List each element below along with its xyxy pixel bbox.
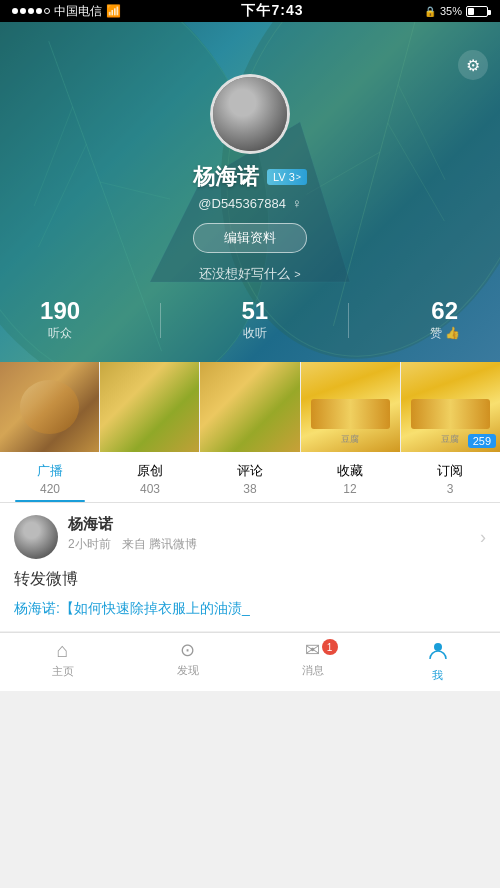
nav-discover[interactable]: ⊙ 发现 bbox=[125, 639, 250, 683]
stat-divider-2 bbox=[348, 303, 349, 338]
likes-label: 赞 👍 bbox=[430, 325, 460, 342]
carrier-label: 中国电信 bbox=[54, 3, 102, 20]
dot2 bbox=[20, 8, 26, 14]
tab-subscribe-label: 订阅 bbox=[437, 462, 463, 480]
tab-comment-label: 评论 bbox=[237, 462, 263, 480]
nav-home-label: 主页 bbox=[52, 664, 74, 679]
stat-following[interactable]: 51 收听 bbox=[241, 299, 268, 342]
dot3 bbox=[28, 8, 34, 14]
edit-profile-button[interactable]: 编辑资料 bbox=[193, 223, 307, 253]
listeners-label: 听众 bbox=[48, 325, 72, 342]
status-left: 中国电信 📶 bbox=[12, 3, 121, 20]
tab-subscribe[interactable]: 订阅 3 bbox=[400, 452, 500, 502]
following-count: 51 bbox=[241, 299, 268, 323]
nav-home[interactable]: ⌂ 主页 bbox=[0, 639, 125, 683]
message-icon: ✉ bbox=[305, 639, 320, 661]
nav-message-label: 消息 bbox=[302, 663, 324, 678]
profile-header: ⚙ 杨海诺 LV 3 > @D545367884 ♀ 编辑资料 还没想好写什么 … bbox=[0, 22, 500, 362]
following-label: 收听 bbox=[243, 325, 267, 342]
gender-icon: ♀ bbox=[292, 196, 302, 211]
likes-count: 62 bbox=[431, 299, 458, 323]
battery-pct: 35% bbox=[440, 5, 462, 17]
content-area: 杨海诺 2小时前 来自 腾讯微博 › 转发微博 杨海诺:【如何快速除掉衣服上的油… bbox=[0, 503, 500, 631]
dot1 bbox=[12, 8, 18, 14]
chevron-right-icon: > bbox=[296, 172, 301, 182]
tab-original-count: 403 bbox=[140, 482, 160, 496]
stats-row: 190 听众 51 收听 62 赞 👍 bbox=[0, 299, 500, 342]
tab-comment-count: 38 bbox=[243, 482, 256, 496]
tab-comment[interactable]: 评论 38 bbox=[200, 452, 300, 502]
nav-me[interactable]: 我 bbox=[375, 639, 500, 683]
level-badge: LV 3 > bbox=[267, 169, 307, 185]
post-info: 2小时前 来自 腾讯微博 bbox=[68, 536, 470, 553]
post-avatar-image bbox=[14, 515, 58, 559]
tab-collect-count: 12 bbox=[343, 482, 356, 496]
post-source: 腾讯微博 bbox=[149, 537, 197, 551]
photo-item-5[interactable]: 豆腐 259 bbox=[401, 362, 500, 452]
svg-point-14 bbox=[434, 643, 442, 651]
post-title: 转发微博 bbox=[14, 567, 486, 591]
home-icon: ⌂ bbox=[56, 639, 68, 662]
post-avatar bbox=[14, 515, 58, 559]
dot5 bbox=[44, 8, 50, 14]
stat-listeners[interactable]: 190 听众 bbox=[40, 299, 80, 342]
battery-fill bbox=[468, 8, 474, 15]
tab-subscribe-count: 3 bbox=[447, 482, 454, 496]
tab-collect[interactable]: 收藏 12 bbox=[300, 452, 400, 502]
bottom-nav: ⌂ 主页 ⊙ 发现 ✉ 消息 1 我 bbox=[0, 632, 500, 691]
level-text: LV 3 bbox=[273, 171, 295, 183]
tab-bar: 广播 420 原创 403 评论 38 收藏 12 订阅 3 bbox=[0, 452, 500, 503]
post-username: 杨海诺 bbox=[68, 515, 470, 534]
tab-original-label: 原创 bbox=[137, 462, 163, 480]
post-time: 2小时前 bbox=[68, 537, 111, 551]
user-id: @D545367884 bbox=[198, 196, 286, 211]
status-right: 🔒 35% bbox=[424, 5, 488, 17]
tab-broadcast[interactable]: 广播 420 bbox=[0, 452, 100, 502]
username-row: 杨海诺 LV 3 > bbox=[193, 162, 307, 192]
post-header: 杨海诺 2小时前 来自 腾讯微博 › bbox=[14, 515, 486, 559]
lock-icon: 🔒 bbox=[424, 6, 436, 17]
post-content[interactable]: 杨海诺:【如何快速除掉衣服上的油渍_ bbox=[14, 597, 486, 619]
discover-icon: ⊙ bbox=[180, 639, 195, 661]
bio-row[interactable]: 还没想好写什么 > bbox=[199, 265, 300, 283]
post-item: 杨海诺 2小时前 来自 腾讯微博 › 转发微博 杨海诺:【如何快速除掉衣服上的油… bbox=[0, 503, 500, 631]
signal-dots bbox=[12, 8, 50, 14]
message-badge: 1 bbox=[322, 639, 338, 655]
tab-broadcast-count: 420 bbox=[40, 482, 60, 496]
stat-likes[interactable]: 62 赞 👍 bbox=[430, 299, 460, 342]
nav-discover-label: 发现 bbox=[177, 663, 199, 678]
photo-item-1[interactable] bbox=[0, 362, 100, 452]
status-time: 下午7:43 bbox=[241, 2, 303, 20]
listeners-count: 190 bbox=[40, 299, 80, 323]
username: 杨海诺 bbox=[193, 162, 259, 192]
bio-chevron-icon: > bbox=[294, 268, 300, 280]
profile-content: 杨海诺 LV 3 > @D545367884 ♀ 编辑资料 还没想好写什么 > … bbox=[0, 74, 500, 362]
avatar-image bbox=[213, 77, 287, 151]
battery-icon bbox=[466, 6, 488, 17]
me-icon bbox=[427, 639, 449, 666]
post-chevron-icon: › bbox=[480, 527, 486, 548]
tab-original[interactable]: 原创 403 bbox=[100, 452, 200, 502]
photo-item-2[interactable] bbox=[100, 362, 200, 452]
user-id-row: @D545367884 ♀ bbox=[198, 196, 301, 211]
gear-button[interactable]: ⚙ bbox=[458, 50, 488, 80]
status-bar: 中国电信 📶 下午7:43 🔒 35% bbox=[0, 0, 500, 22]
post-source-prefix: 来自 bbox=[122, 537, 146, 551]
tab-collect-label: 收藏 bbox=[337, 462, 363, 480]
gear-icon: ⚙ bbox=[466, 56, 480, 75]
bio-text: 还没想好写什么 bbox=[199, 265, 290, 283]
photo-item-3[interactable] bbox=[200, 362, 300, 452]
photo-item-4[interactable]: 豆腐 bbox=[301, 362, 401, 452]
dot4 bbox=[36, 8, 42, 14]
post-meta: 杨海诺 2小时前 来自 腾讯微博 bbox=[68, 515, 470, 553]
nav-me-label: 我 bbox=[432, 668, 443, 683]
photo-strip[interactable]: 豆腐 豆腐 259 bbox=[0, 362, 500, 452]
wifi-icon: 📶 bbox=[106, 4, 121, 18]
avatar bbox=[210, 74, 290, 154]
stat-divider-1 bbox=[160, 303, 161, 338]
photo-count-badge: 259 bbox=[468, 434, 496, 448]
tab-broadcast-label: 广播 bbox=[37, 462, 63, 480]
photo-count-number: 259 bbox=[473, 435, 491, 447]
nav-message[interactable]: ✉ 消息 1 bbox=[250, 639, 375, 683]
